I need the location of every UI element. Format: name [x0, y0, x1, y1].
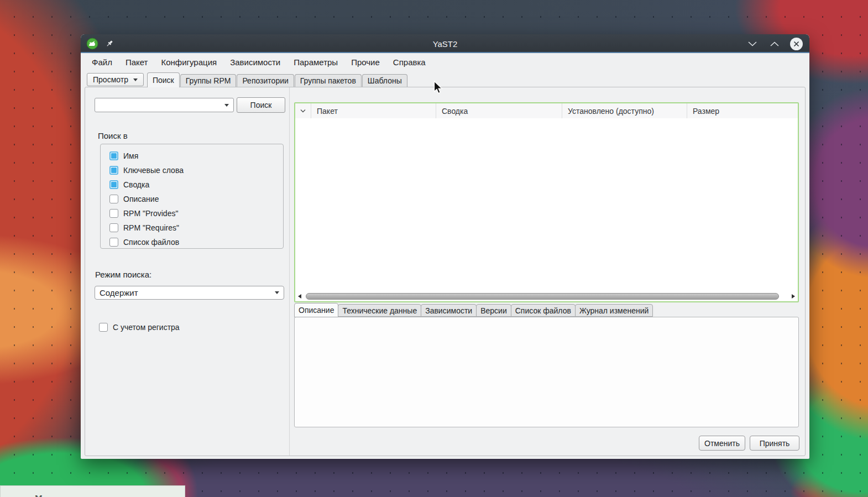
view-dropdown-label: Просмотр [93, 75, 128, 84]
checkbox-checked-icon[interactable] [109, 166, 118, 175]
checkbox-checked-icon[interactable] [109, 151, 118, 160]
filter-option-label: Список файлов [123, 238, 179, 247]
window-title: YaST2 [81, 39, 809, 49]
accept-button[interactable]: Принять [750, 436, 799, 451]
cancel-button[interactable]: Отменить [699, 436, 745, 451]
titlebar[interactable]: YaST2 [81, 34, 809, 53]
package-table[interactable]: ПакетСводкаУстановлено (доступно)Размер [294, 102, 799, 302]
background-partial-window[interactable]: овый монитор [0, 485, 185, 497]
column-header-size[interactable]: Размер [687, 103, 798, 118]
scroll-right-icon[interactable] [792, 294, 795, 299]
horizontal-scrollbar[interactable] [295, 291, 798, 301]
chevron-down-icon [275, 291, 279, 294]
scroll-left-icon[interactable] [298, 294, 301, 299]
tab-package-groups[interactable]: Группы пакетов [295, 74, 362, 87]
detail-tab-technical-data[interactable]: Технические данные [338, 304, 421, 317]
checkbox-unchecked-icon[interactable] [109, 195, 118, 203]
scrollbar-thumb[interactable] [306, 293, 779, 300]
detail-tab-description[interactable]: Описание [294, 303, 338, 317]
checkbox-unchecked-icon[interactable] [109, 223, 118, 232]
tab-bar: Просмотр ПоискГруппы RPMРепозиторииГрупп… [81, 72, 809, 87]
detail-tab-versions[interactable]: Версии [476, 304, 511, 317]
view-dropdown-button[interactable]: Просмотр [87, 73, 144, 86]
detail-tab-strip: ОписаниеТехнические данныеЗависимостиВер… [294, 304, 653, 317]
filter-option-description[interactable]: Описание [101, 192, 283, 206]
filter-option-keywords[interactable]: Ключевые слова [101, 163, 283, 177]
filter-option-label: Описание [123, 195, 159, 203]
panel-divider [289, 87, 290, 456]
checkbox-unchecked-icon[interactable] [109, 209, 118, 218]
package-table-body[interactable] [295, 118, 798, 291]
menu-bar: ФайлПакетКонфигурацияЗависимостиПараметр… [81, 53, 809, 72]
search-mode-label: Режим поиска: [95, 270, 151, 279]
filter-option-label: Ключевые слова [123, 166, 184, 175]
search-in-label: Поиск в [98, 131, 128, 140]
checkbox-checked-icon[interactable] [109, 180, 118, 189]
filter-option-label: RPM "Provides" [123, 209, 178, 218]
case-sensitive-row[interactable]: С учетом регистра [99, 320, 180, 334]
tab-search[interactable]: Поиск [147, 72, 180, 87]
yast2-window: YaST2 ФайлПакетКонфигурацияЗависимостиПа… [81, 34, 809, 459]
search-in-group: ИмяКлючевые словаСводкаОписаниеRPM "Prov… [100, 144, 284, 249]
description-panel[interactable] [294, 317, 799, 427]
menu-item-dependencies[interactable]: Зависимости [223, 53, 287, 72]
column-header-summary[interactable]: Сводка [436, 103, 562, 118]
tab-strip: ПоискГруппы RPMРепозиторииГруппы пакетов… [147, 72, 408, 87]
pin-icon[interactable] [105, 39, 114, 48]
filter-option-label: Имя [123, 151, 138, 160]
menu-item-package[interactable]: Пакет [119, 53, 155, 72]
menu-item-help[interactable]: Справка [386, 53, 432, 72]
chevron-down-icon[interactable] [224, 104, 229, 107]
column-header-package[interactable]: Пакет [311, 103, 436, 118]
filter-option-name[interactable]: Имя [101, 149, 283, 163]
tab-repositories[interactable]: Репозитории [237, 74, 294, 87]
detail-tab-change-log[interactable]: Журнал изменений [575, 304, 653, 317]
filter-option-summary[interactable]: Сводка [101, 177, 283, 192]
filter-option-file-list[interactable]: Список файлов [101, 235, 283, 249]
checkbox-unchecked-icon[interactable] [109, 238, 118, 247]
menu-item-extras[interactable]: Прочие [344, 53, 386, 72]
search-input[interactable] [98, 100, 221, 110]
case-sensitive-label: С учетом регистра [113, 323, 180, 332]
maximize-button[interactable] [768, 37, 781, 50]
chevron-down-icon [133, 79, 138, 81]
tab-rpm-groups[interactable]: Группы RPM [180, 74, 237, 87]
select-all-header[interactable] [295, 103, 311, 118]
close-icon [793, 41, 799, 47]
chevron-down-icon [748, 41, 757, 46]
search-tab-page: Поиск Поиск в ИмяКлючевые словаСводкаОпи… [85, 87, 806, 456]
menu-item-file[interactable]: Файл [85, 53, 119, 72]
filter-option-rpm-provides[interactable]: RPM "Provides" [101, 206, 283, 221]
filter-option-label: RPM "Requires" [123, 223, 179, 232]
close-button[interactable] [790, 38, 803, 50]
detail-tab-dependencies[interactable]: Зависимости [421, 304, 477, 317]
filter-option-label: Сводка [123, 180, 149, 189]
filter-option-rpm-requires[interactable]: RPM "Requires" [101, 221, 283, 235]
search-combobox[interactable] [95, 98, 234, 112]
search-mode-combobox[interactable]: Содержит [95, 286, 284, 300]
detail-tab-file-list[interactable]: Список файлов [511, 304, 576, 317]
minimize-button[interactable] [746, 37, 759, 50]
tab-patterns[interactable]: Шаблоны [362, 74, 407, 87]
chevron-up-icon [770, 41, 779, 46]
search-button[interactable]: Поиск [237, 97, 285, 113]
yast-app-icon [86, 38, 98, 50]
checkbox-unchecked-icon[interactable] [99, 323, 108, 332]
background-window-title: овый монитор [0, 493, 124, 497]
column-header-installed-available[interactable]: Установлено (доступно) [562, 103, 687, 118]
menu-item-options[interactable]: Параметры [287, 53, 344, 72]
desktop: овый монитор [0, 0, 868, 497]
menu-item-configuration[interactable]: Конфигурация [154, 53, 223, 72]
search-mode-value: Содержит [100, 288, 138, 297]
chevron-down-icon [300, 109, 306, 113]
package-table-header: ПакетСводкаУстановлено (доступно)Размер [295, 103, 798, 119]
